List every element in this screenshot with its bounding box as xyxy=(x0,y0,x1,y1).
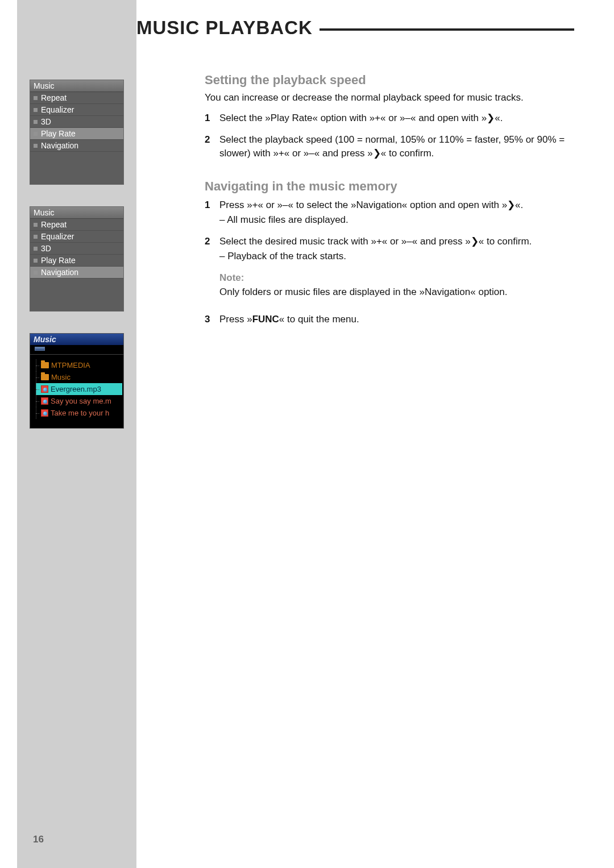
bullet-icon xyxy=(34,120,38,124)
device-file-row: Take me to your h xyxy=(36,407,122,419)
menu-item: Equalizer xyxy=(30,231,123,243)
menu-item-label: Play Rate xyxy=(41,256,76,265)
menu-item-label: Navigation xyxy=(41,268,78,277)
menu-item: Navigation xyxy=(30,140,123,152)
bullet-icon xyxy=(34,259,38,263)
menu-item: Equalizer xyxy=(30,104,123,116)
bullet-icon xyxy=(34,96,38,100)
step-sub: – Playback of the track starts. xyxy=(219,250,574,263)
step-number: 1 xyxy=(205,111,214,125)
menu-item-label: 3D xyxy=(41,117,51,126)
note-body: Only folders or music files are displaye… xyxy=(219,285,574,299)
menu-item: 3D xyxy=(30,243,123,255)
bullet-icon xyxy=(34,247,38,251)
section-heading: Navigating in the music memory xyxy=(205,179,574,194)
menu-item-label: Equalizer xyxy=(41,105,74,114)
device-folder-row: Music xyxy=(36,371,122,383)
step-item: 2 Select the desired music track with »+… xyxy=(205,235,574,263)
device-row-label: Evergreen.mp3 xyxy=(51,385,101,393)
section-intro: You can increase or decrease the normal … xyxy=(205,92,574,103)
folder-icon xyxy=(41,374,49,380)
menu-item-label: Play Rate xyxy=(41,129,76,138)
menu-item: Navigation xyxy=(30,267,123,279)
bullet-icon xyxy=(34,144,38,148)
section-playback-speed: Setting the playback speed You can incre… xyxy=(205,73,574,160)
step-text: Select the desired music track with »+« … xyxy=(219,235,574,263)
page-title-row: MUSIC PLAYBACK xyxy=(136,17,574,39)
menu-item-label: Repeat xyxy=(41,93,67,102)
device-row-label: Music xyxy=(51,373,70,381)
music-file-icon xyxy=(41,397,48,405)
menu-item-label: Repeat xyxy=(41,220,67,229)
bullet-icon xyxy=(34,271,38,275)
page-number: 16 xyxy=(33,834,44,845)
step-text: Press »+« or »–« to select the »Navigati… xyxy=(219,198,574,227)
device-file-row: Say you say me.m xyxy=(36,395,122,407)
device-row-label: MTPMEDIA xyxy=(51,361,90,369)
menu-item-label: 3D xyxy=(41,244,51,253)
sidebar: Music RepeatEqualizer3DPlay RateNavigati… xyxy=(17,0,136,868)
menu-header: Music xyxy=(30,80,123,92)
content-area: MUSIC PLAYBACK Setting the playback spee… xyxy=(136,0,614,868)
device-screenshot: Music MTPMEDIAMusicEvergreen.mp3Say you … xyxy=(30,333,124,429)
step-sub: – All music files are displayed. xyxy=(219,213,574,227)
bullet-icon xyxy=(34,235,38,239)
device-row-label: Say you say me.m xyxy=(51,397,111,405)
step-item: 3 Press »FUNC« to quit the menu. xyxy=(205,313,574,326)
page-title: MUSIC PLAYBACK xyxy=(136,17,313,39)
device-toolbar xyxy=(30,347,123,355)
menu-item: Play Rate xyxy=(30,128,123,140)
step-item: 1 Press »+« or »–« to select the »Naviga… xyxy=(205,198,574,227)
device-row-label: Take me to your h xyxy=(51,409,109,417)
note-label: Note: xyxy=(219,271,574,285)
step-text: Select the playback speed (100 = normal,… xyxy=(219,133,574,160)
menu-panel-playrate: Music RepeatEqualizer3DPlay RateNavigati… xyxy=(30,80,124,185)
menu-item: Repeat xyxy=(30,92,123,104)
note-block: Note: Only folders or music files are di… xyxy=(205,271,574,305)
step-number: 2 xyxy=(205,133,214,160)
menu-item: 3D xyxy=(30,116,123,128)
menu-item: Play Rate xyxy=(30,255,123,267)
step-main: Press »+« or »–« to select the »Navigati… xyxy=(219,200,523,210)
step-number: 3 xyxy=(205,313,214,326)
device-file-row: Evergreen.mp3 xyxy=(36,383,122,395)
menu-panel-navigation: Music RepeatEqualizer3DPlay RateNavigati… xyxy=(30,206,124,312)
step-number: 2 xyxy=(205,235,214,263)
step-main: Select the desired music track with »+« … xyxy=(219,236,532,247)
menu-item-label: Navigation xyxy=(41,141,78,150)
device-folder-row: MTPMEDIA xyxy=(36,359,122,371)
menu-item-label: Equalizer xyxy=(41,232,74,241)
music-file-icon xyxy=(41,385,48,393)
left-margin xyxy=(0,0,17,868)
menu-header: Music xyxy=(30,207,123,219)
section-heading: Setting the playback speed xyxy=(205,73,574,88)
step-text: Select the »Play Rate« option with »+« o… xyxy=(219,111,574,125)
section-navigating: Navigating in the music memory 1 Press »… xyxy=(205,179,574,326)
bullet-icon xyxy=(34,108,38,112)
menu-item: Repeat xyxy=(30,219,123,231)
device-title: Music xyxy=(30,334,123,345)
music-file-icon xyxy=(41,409,48,417)
bullet-icon xyxy=(34,223,38,227)
bullet-icon xyxy=(34,132,38,136)
manual-page: Music RepeatEqualizer3DPlay RateNavigati… xyxy=(0,0,614,868)
step-text: Press »FUNC« to quit the menu. xyxy=(219,313,574,326)
folder-icon xyxy=(41,362,49,368)
device-file-list: MTPMEDIAMusicEvergreen.mp3Say you say me… xyxy=(30,355,123,428)
step-item: 1 Select the »Play Rate« option with »+«… xyxy=(205,111,574,125)
step-item: 2 Select the playback speed (100 = norma… xyxy=(205,133,574,160)
step-number: 1 xyxy=(205,198,214,227)
title-rule xyxy=(320,28,574,31)
func-key: FUNC xyxy=(252,314,279,325)
